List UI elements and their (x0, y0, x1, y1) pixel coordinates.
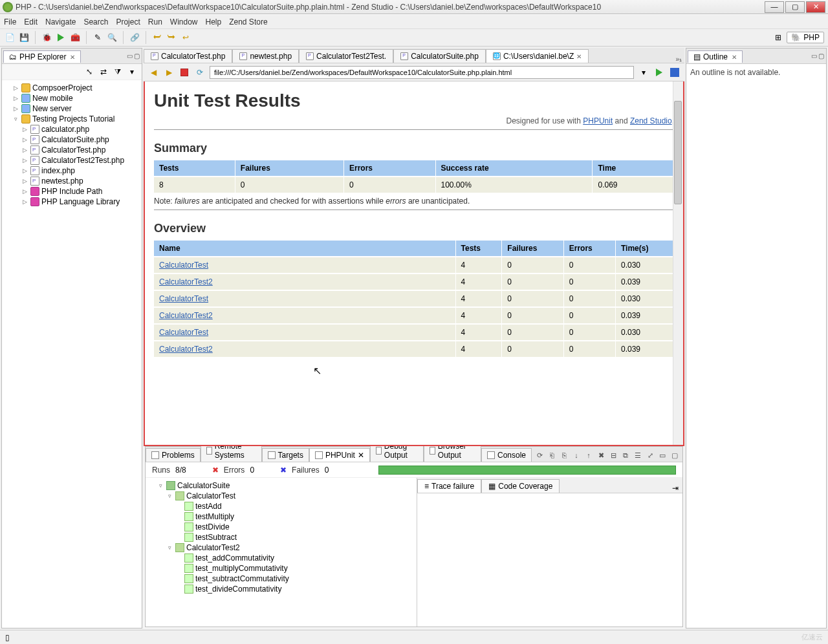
search-icon[interactable]: 🔍 (106, 32, 118, 43)
test-tree-item[interactable]: test_divideCommutativity (148, 584, 414, 594)
link-icon[interactable]: 🔗 (129, 32, 140, 43)
test-tree-item[interactable]: testAdd (148, 501, 414, 511)
minimize-view-icon[interactable]: ▭ (127, 52, 133, 59)
test-tree[interactable]: ▿CalculatorSuite▿CalculatorTesttestAddte… (146, 478, 417, 627)
editor-tab[interactable]: CalculatorTest.php (144, 49, 232, 63)
bottom-toolbar-icon[interactable]: ⤢ (645, 451, 655, 462)
close-icon[interactable]: ✕ (70, 54, 75, 61)
bottom-toolbar-icon[interactable]: ⊟ (608, 451, 618, 462)
save-icon[interactable]: 💾 (18, 32, 30, 43)
zendstudio-link[interactable]: Zend Studio (630, 116, 672, 125)
debug-icon[interactable]: 🐞 (41, 32, 52, 43)
tree-item[interactable]: ▷New server (3, 103, 140, 114)
tree-item[interactable]: ▷index.php (3, 166, 140, 176)
editor-tab[interactable]: CalculatorTest2Test. (299, 49, 393, 63)
bottom-tab-phpunit[interactable]: PHPUnit✕ (309, 448, 370, 462)
address-dropdown-icon[interactable]: ▾ (638, 67, 649, 78)
tree-item[interactable]: ▿Testing Projects Tutorial (3, 114, 140, 124)
bottom-toolbar-icon[interactable]: ⎘ (559, 451, 569, 462)
bottom-toolbar-icon[interactable]: ⎗ (547, 451, 557, 462)
minimize-button[interactable]: — (765, 1, 784, 13)
overview-link[interactable]: CalculatorTest (159, 261, 208, 270)
maximize-button[interactable]: ▢ (785, 1, 805, 13)
test-tree-item[interactable]: ▿CalculatorTest (148, 491, 414, 501)
menu-run[interactable]: Run (148, 17, 162, 27)
overview-link[interactable]: CalculatorTest2 (159, 345, 213, 354)
scrollbar[interactable] (673, 81, 683, 445)
bottom-tab-problems[interactable]: Problems (146, 448, 201, 462)
tree-item[interactable]: ▷PHP Language Library (3, 197, 140, 207)
test-tree-item[interactable]: test_multiplyCommutativity (148, 563, 414, 574)
nav-last-icon[interactable]: ↩ (180, 32, 191, 43)
browser-go-icon[interactable] (653, 67, 665, 78)
overview-link[interactable]: CalculatorTest (159, 328, 208, 337)
editor-tab[interactable]: CalculatorSuite.php (393, 49, 486, 63)
minimize-view-icon[interactable]: ▭ (811, 52, 817, 59)
bottom-toolbar-icon[interactable]: ↑ (583, 451, 594, 462)
open-perspective-icon[interactable]: ⊞ (772, 32, 784, 43)
tree-item[interactable]: ▷calculator.php (3, 124, 140, 134)
tree-item[interactable]: ▷newtest.php (3, 176, 140, 186)
editor-tab[interactable]: newtest.php (232, 49, 299, 63)
menu-zend-store[interactable]: Zend Store (229, 17, 267, 27)
browser-back-icon[interactable]: ◀ (147, 67, 159, 78)
tree-item[interactable]: ▷CalculatorTest.php (3, 145, 140, 155)
outline-tab[interactable]: ▤ Outline ✕ (688, 50, 743, 63)
php-explorer-tab[interactable]: 🗂 PHP Explorer ✕ (3, 50, 81, 63)
test-tree-item[interactable]: test_subtractCommutativity (148, 574, 414, 584)
tree-item[interactable]: ▷CalculatorTest2Test.php (3, 155, 140, 166)
menu-navigate[interactable]: Navigate (45, 17, 76, 27)
menu-help[interactable]: Help (206, 17, 222, 27)
bottom-toolbar-icon[interactable]: ⧉ (620, 451, 631, 462)
bottom-tab-targets[interactable]: Targets (262, 448, 309, 462)
close-button[interactable]: ✕ (806, 1, 825, 13)
test-tree-item[interactable]: test_addCommutativity (148, 553, 414, 563)
close-icon[interactable]: ✕ (358, 451, 364, 460)
bottom-toolbar-icon[interactable]: ▢ (670, 451, 680, 462)
menu-file[interactable]: File (4, 17, 16, 27)
close-icon[interactable]: ✕ (576, 53, 582, 60)
perspective-button[interactable]: 🐘 PHP (787, 32, 824, 43)
external-tools-icon[interactable]: 🧰 (69, 32, 81, 43)
bottom-tab-console[interactable]: Console (481, 448, 532, 462)
nav-fwd-icon[interactable]: ⮩ (166, 32, 177, 43)
collapse-all-icon[interactable]: ⤡ (83, 66, 95, 78)
test-tree-item[interactable]: testMultiply (148, 511, 414, 522)
bottom-toolbar-icon[interactable]: ⟳ (534, 451, 545, 462)
editor-tab[interactable]: C:\Users\daniel.be\Z✕ (486, 49, 589, 63)
tree-item[interactable]: ▷CalculatorSuite.php (3, 134, 140, 145)
overview-link[interactable]: CalculatorTest (159, 294, 208, 303)
bottom-toolbar-icon[interactable]: ✖ (596, 451, 606, 462)
new-icon[interactable]: 📄 (4, 32, 16, 43)
browser-forward-icon[interactable]: ▶ (163, 67, 175, 78)
detail-tab-trace-failure[interactable]: ≡Trace failure (417, 479, 481, 493)
test-tree-item[interactable]: ▿CalculatorSuite (148, 480, 414, 491)
test-tree-item[interactable]: testDivide (148, 522, 414, 532)
menu-edit[interactable]: Edit (24, 17, 38, 27)
maximize-view-icon[interactable]: ▢ (134, 52, 140, 59)
menu-icon[interactable]: ▾ (126, 66, 138, 78)
menu-project[interactable]: Project (116, 17, 140, 27)
bottom-toolbar-icon[interactable]: ↓ (571, 451, 582, 462)
address-bar[interactable] (210, 66, 634, 79)
wand-icon[interactable]: ✎ (92, 32, 104, 43)
browser-ext-icon[interactable] (669, 67, 681, 78)
browser-stop-icon[interactable] (179, 67, 190, 78)
menu-window[interactable]: Window (170, 17, 198, 27)
bottom-toolbar-icon[interactable]: ▭ (657, 451, 668, 462)
detail-tab-code-coverage[interactable]: ▦Code Coverage (481, 479, 560, 493)
menu-search[interactable]: Search (83, 17, 108, 27)
browser-refresh-icon[interactable]: ⟳ (194, 67, 206, 78)
close-icon[interactable]: ✕ (732, 54, 737, 61)
nav-back-icon[interactable]: ⮨ (151, 32, 163, 43)
phpunit-link[interactable]: PHPUnit (583, 116, 613, 125)
link-editor-icon[interactable]: ⇄ (98, 66, 109, 78)
test-tree-item[interactable]: ▿CalculatorTest2 (148, 542, 414, 553)
overview-link[interactable]: CalculatorTest2 (159, 277, 213, 286)
bottom-toolbar-icon[interactable]: ☰ (633, 451, 643, 462)
tab-overflow-icon[interactable]: »₁ (673, 56, 684, 63)
overview-link[interactable]: CalculatorTest2 (159, 311, 213, 320)
test-tree-item[interactable]: testSubtract (148, 532, 414, 542)
tree-item[interactable]: ▷CompsoerProject (3, 83, 140, 93)
maximize-view-icon[interactable]: ▢ (818, 52, 824, 59)
